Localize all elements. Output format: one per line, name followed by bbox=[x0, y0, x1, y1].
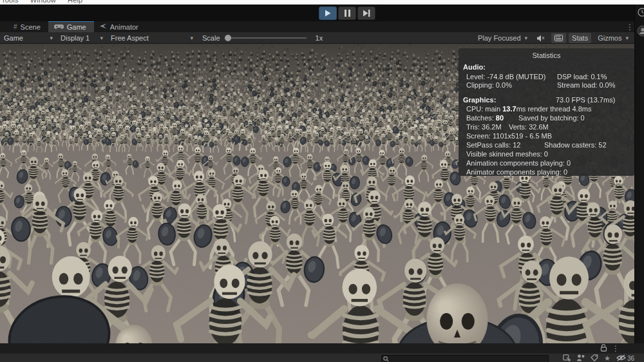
animator-icon bbox=[100, 23, 107, 30]
gameview-target-dropdown[interactable]: Game ▾ bbox=[0, 32, 57, 44]
stats-screen-line: Screen: 1101x519 - 6.5 MB bbox=[459, 132, 634, 140]
stats-toggle-button[interactable]: Stats bbox=[569, 33, 591, 43]
editor-toolbar bbox=[0, 5, 644, 21]
stats-animator-line: Animator components playing: 0 bbox=[459, 168, 634, 176]
panel-kebab-icon[interactable]: ⋮ bbox=[612, 344, 620, 353]
stats-graphics-heading: Graphics: bbox=[459, 96, 496, 104]
scale-label: Scale bbox=[202, 34, 220, 42]
display-dropdown-label: Display 1 bbox=[61, 34, 90, 42]
tab-game-label: Game bbox=[67, 23, 86, 31]
menu-item-help[interactable]: Help bbox=[68, 0, 82, 4]
menu-item-window[interactable]: Window bbox=[30, 0, 56, 4]
tab-animator[interactable]: Animator bbox=[94, 21, 146, 32]
aspect-ratio-label: Free Aspect bbox=[111, 34, 149, 42]
stats-batches: Batches: 80 bbox=[466, 114, 518, 122]
stats-audio-level: Level: -74.8 dB (MUTED) bbox=[466, 73, 557, 81]
chevron-down-icon: ▾ bbox=[100, 35, 103, 41]
stats-audio-dsp: DSP load: 0.1% bbox=[557, 73, 634, 81]
picker-expand-icon[interactable] bbox=[563, 354, 571, 362]
stats-tris: Tris: 36.2M bbox=[466, 123, 509, 131]
visibility-count-label: 36 bbox=[627, 355, 634, 362]
pause-icon bbox=[345, 10, 350, 17]
pause-button[interactable] bbox=[338, 6, 356, 20]
stats-animation-line: Animation components playing: 0 bbox=[459, 159, 634, 167]
search-icon bbox=[383, 356, 389, 362]
history-icon[interactable] bbox=[637, 7, 644, 19]
stats-setpass-line: SetPass calls: 12Shadow casters: 52 bbox=[459, 141, 634, 149]
step-icon bbox=[363, 10, 370, 17]
stats-audio-heading: Audio: bbox=[459, 63, 634, 71]
aspect-ratio-dropdown[interactable]: Free Aspect ▾ bbox=[107, 32, 197, 44]
gizmos-dropdown[interactable]: Gizmos ▾ bbox=[594, 32, 632, 44]
hierarchy-toolbar-icons: ★ 36 bbox=[563, 354, 634, 362]
chevron-down-icon: ▾ bbox=[625, 35, 629, 41]
chevron-down-icon: ▾ bbox=[525, 35, 528, 41]
scene-grid-icon: # bbox=[14, 23, 17, 30]
stats-audio-clipping: Clipping: 0.0% bbox=[466, 81, 557, 90]
stats-audio-grid: Level: -74.8 dB (MUTED) DSP load: 0.1% C… bbox=[459, 73, 634, 90]
mute-audio-button[interactable] bbox=[534, 33, 549, 43]
scale-slider-knob[interactable] bbox=[225, 35, 231, 41]
scene-visibility-counter[interactable]: 36 bbox=[616, 354, 634, 362]
stats-tris-line: Tris: 36.2MVerts: 32.6M bbox=[459, 123, 634, 131]
step-button[interactable] bbox=[357, 6, 375, 20]
prefab-user-icon[interactable] bbox=[576, 354, 585, 362]
game-viewport: Statistics Audio: Level: -74.8 dB (MUTED… bbox=[0, 44, 634, 343]
menu-item-tools[interactable]: Tools bbox=[1, 0, 19, 4]
play-icon bbox=[325, 10, 331, 17]
display-dropdown[interactable]: Display 1 ▾ bbox=[57, 32, 107, 44]
stats-skinned-line: Visible skinned meshes: 0 bbox=[459, 150, 634, 158]
stats-batches-label: Batches: bbox=[466, 114, 496, 122]
unity-editor-window: ToolsWindowHelp # bbox=[0, 0, 644, 362]
stats-cpu-main: 13.7 bbox=[502, 105, 516, 113]
play-focused-label: Play Focused bbox=[478, 34, 521, 42]
gizmos-label: Gizmos bbox=[598, 34, 621, 42]
stats-batches-value: 80 bbox=[496, 114, 504, 122]
keyboard-grid-icon bbox=[554, 35, 563, 41]
stats-shadow-casters: Shadow casters: 52 bbox=[544, 141, 607, 149]
favorites-star-icon[interactable]: ★ bbox=[604, 354, 611, 362]
unlock-icon[interactable] bbox=[600, 344, 607, 353]
stats-graphics-heading-row: Graphics: 73.0 FPS (13.7ms) bbox=[459, 96, 634, 104]
right-panel-edge bbox=[634, 5, 644, 343]
statistics-overlay: Statistics Audio: Level: -74.8 dB (MUTED… bbox=[459, 48, 634, 176]
stats-batches-line: Batches: 80Saved by batching: 0 bbox=[459, 114, 634, 122]
stats-cpu-prefix: CPU: main bbox=[466, 105, 502, 113]
stats-verts: Verts: 32.6M bbox=[509, 123, 549, 131]
stats-audio-stream: Stream load: 0.0% bbox=[557, 81, 634, 90]
stats-cpu-suffix: ms render thread 4.8ms bbox=[516, 105, 592, 113]
stats-cpu-line: CPU: main 13.7ms render thread 4.8ms bbox=[459, 105, 634, 113]
stats-button-label: Stats bbox=[572, 34, 588, 42]
lower-panel-header: ⋮ bbox=[0, 343, 644, 353]
account-circle-icon[interactable] bbox=[637, 25, 644, 38]
gamepad-icon bbox=[54, 24, 64, 31]
stats-fps: 73.0 FPS (13.7ms) bbox=[556, 96, 615, 104]
stats-saved-by-batching: Saved by batching: 0 bbox=[518, 114, 585, 122]
stats-setpass: SetPass calls: 12 bbox=[466, 141, 544, 149]
tab-game[interactable]: Game bbox=[48, 21, 94, 32]
chevron-down-icon: ▾ bbox=[50, 35, 53, 41]
os-menubar: ToolsWindowHelp bbox=[0, 0, 644, 5]
eye-slash-icon bbox=[616, 354, 626, 362]
search-input[interactable] bbox=[381, 355, 549, 362]
tab-scene[interactable]: # Scene bbox=[8, 21, 48, 32]
play-controls bbox=[319, 6, 375, 20]
view-tabbar: # Scene Game Animator bbox=[0, 21, 644, 32]
chevron-down-icon: ▾ bbox=[190, 35, 193, 41]
stats-title: Statistics bbox=[459, 48, 634, 60]
tab-scene-label: Scene bbox=[21, 23, 41, 31]
hierarchy-toolbar: ★ 36 bbox=[0, 353, 644, 362]
tag-icon[interactable] bbox=[591, 354, 598, 362]
gameview-target-label: Game bbox=[4, 34, 23, 42]
scale-value: 1x bbox=[316, 34, 323, 42]
scale-slider-track[interactable] bbox=[225, 37, 307, 39]
gameview-toolbar-right: Play Focused ▾ Stats Gizmos ▾ bbox=[474, 32, 632, 44]
play-focused-dropdown[interactable]: Play Focused ▾ bbox=[474, 32, 531, 44]
menubar-items: ToolsWindowHelp bbox=[1, 0, 94, 4]
panel-menu-kebab-icon[interactable]: ⋮ bbox=[626, 23, 634, 32]
tab-animator-label: Animator bbox=[110, 23, 138, 31]
speaker-mute-icon bbox=[537, 35, 545, 42]
vsync-grid-button[interactable] bbox=[551, 33, 566, 43]
play-button[interactable] bbox=[319, 6, 337, 20]
gameview-toolbar-left: Game ▾ Display 1 ▾ Free Aspect ▾ Scale 1… bbox=[0, 32, 323, 44]
